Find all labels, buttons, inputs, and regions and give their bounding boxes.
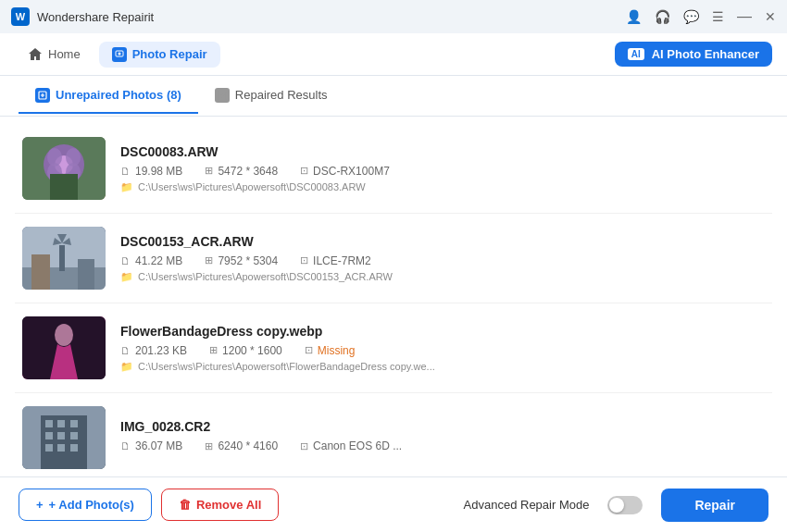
list-item: IMG_0028.CR2 🗋 36.07 MB ⊞ 6240 * 4160 ⊡ … — [15, 393, 772, 476]
photo-meta-row: 🗋 36.07 MB ⊞ 6240 * 4160 ⊡ Canon EOS 6D … — [120, 439, 765, 452]
file-path: 📁 C:\Users\ws\Pictures\Apowersoft\Flower… — [120, 361, 765, 373]
photo-meta-row: 🗋 201.23 KB ⊞ 1200 * 1600 ⊡ Missing — [120, 344, 765, 357]
tab-photo-repair[interactable]: Photo Repair — [99, 42, 220, 68]
dimensions: ⊞ 5472 * 3648 — [205, 165, 278, 178]
subtab-unrepaired-label: Unrepaired Photos (8) — [56, 88, 181, 102]
file-size: 🗋 201.23 KB — [120, 344, 187, 357]
close-button[interactable]: ✕ — [765, 9, 776, 24]
minimize-button[interactable]: — — [737, 8, 752, 25]
tab-photo-repair-label: Photo Repair — [132, 47, 207, 61]
svg-rect-26 — [57, 420, 65, 427]
dimensions: ⊞ 7952 * 5304 — [205, 254, 278, 267]
advanced-repair-toggle[interactable] — [607, 496, 643, 514]
camera-icon: ⊡ — [300, 165, 308, 177]
camera-icon: ⊡ — [300, 254, 308, 266]
titlebar-left: W Wondershare Repairit — [11, 7, 154, 26]
headset-icon[interactable]: 🎧 — [655, 9, 670, 24]
photo-filename: FlowerBandageDress copy.webp — [120, 324, 765, 339]
footer: + + Add Photo(s) 🗑 Remove All Advanced R… — [0, 476, 787, 532]
file-size: 🗋 41.22 MB — [120, 254, 182, 267]
file-path: 📁 C:\Users\ws\Pictures\Apowersoft\DSC000… — [120, 181, 765, 193]
camera-model: ⊡ Missing — [305, 344, 356, 357]
repaired-icon — [215, 88, 230, 103]
app-name: Wondershare Repairit — [37, 10, 154, 24]
photo-filename: DSC00083.ARW — [120, 144, 765, 159]
photo-info: DSC00083.ARW 🗋 19.98 MB ⊞ 5472 * 3648 ⊡ … — [120, 144, 765, 193]
tab-ai-enhancer[interactable]: AI AI Photo Enhancer — [615, 42, 772, 67]
photo-info: DSC00153_ACR.ARW 🗋 41.22 MB ⊞ 7952 * 530… — [120, 234, 765, 283]
add-photos-button[interactable]: + + Add Photo(s) — [19, 489, 152, 521]
camera-model: ⊡ ILCE-7RM2 — [300, 254, 371, 267]
photo-meta-row: 🗋 41.22 MB ⊞ 7952 * 5304 ⊡ ILCE-7RM2 — [120, 254, 765, 267]
main-tabbar: Home Photo Repair AI AI Photo Enhancer — [0, 33, 787, 76]
remove-all-button[interactable]: 🗑 Remove All — [161, 489, 279, 521]
folder-icon: 📁 — [120, 181, 133, 193]
subtab-unrepaired[interactable]: Unrepaired Photos (8) — [19, 79, 198, 114]
photo-info: FlowerBandageDress copy.webp 🗋 201.23 KB… — [120, 324, 765, 373]
svg-rect-19 — [78, 259, 94, 290]
repair-button[interactable]: Repair — [661, 489, 768, 522]
svg-rect-31 — [45, 444, 53, 452]
person-icon[interactable]: 👤 — [626, 9, 642, 24]
photo-meta-row: 🗋 19.98 MB ⊞ 5472 * 3648 ⊡ DSC-RX100M7 — [120, 165, 765, 178]
svg-rect-28 — [45, 432, 53, 439]
folder-icon: 📁 — [120, 271, 133, 283]
tab-home[interactable]: Home — [15, 42, 94, 68]
file-icon: 🗋 — [120, 345, 131, 356]
app-logo: W — [11, 7, 30, 26]
footer-actions-right: Advanced Repair Mode Repair — [464, 489, 768, 522]
trash-icon: 🗑 — [179, 498, 191, 512]
grid-icon: ⊞ — [205, 440, 213, 452]
home-icon — [28, 47, 43, 62]
subtab-repaired-label: Repaired Results — [235, 88, 328, 102]
photo-repair-icon — [112, 47, 127, 62]
grid-icon: ⊞ — [209, 344, 218, 356]
grid-icon: ⊞ — [205, 165, 213, 177]
photo-filename: DSC00153_ACR.ARW — [120, 234, 765, 249]
main-content: DSC00083.ARW 🗋 19.98 MB ⊞ 5472 * 3648 ⊡ … — [0, 117, 787, 476]
dimensions: ⊞ 6240 * 4160 — [205, 439, 278, 452]
camera-icon: ⊡ — [300, 440, 308, 452]
tab-home-label: Home — [48, 47, 81, 61]
camera-model: ⊡ Canon EOS 6D ... — [300, 439, 402, 452]
list-item: DSC00153_ACR.ARW 🗋 41.22 MB ⊞ 7952 * 530… — [15, 214, 772, 303]
svg-rect-18 — [31, 254, 50, 290]
file-icon: 🗋 — [120, 166, 131, 177]
grid-icon: ⊞ — [205, 254, 213, 266]
photo-thumbnail — [22, 316, 106, 379]
photo-list: DSC00083.ARW 🗋 19.98 MB ⊞ 5472 * 3648 ⊡ … — [0, 117, 787, 476]
window-controls: 👤 🎧 💬 ☰ — ✕ — [626, 8, 776, 25]
photo-thumbnail — [22, 406, 106, 469]
file-path: 📁 C:\Users\ws\Pictures\Apowersoft\DSC001… — [120, 271, 765, 283]
camera-icon: ⊡ — [305, 344, 313, 356]
unrepaired-icon — [35, 88, 50, 103]
ai-badge: AI — [628, 48, 644, 60]
plus-icon: + — [36, 498, 44, 512]
photo-thumbnail — [22, 227, 106, 290]
subtabbar: Unrepaired Photos (8) Repaired Results — [0, 76, 787, 117]
svg-point-1 — [118, 52, 120, 55]
subtab-repaired[interactable]: Repaired Results — [198, 79, 344, 114]
tab-ai-enhancer-label: AI Photo Enhancer — [652, 47, 759, 61]
file-size: 🗋 19.98 MB — [120, 165, 182, 178]
chat-icon[interactable]: 💬 — [683, 9, 699, 24]
svg-rect-14 — [59, 245, 65, 271]
svg-rect-32 — [57, 444, 65, 452]
list-item: DSC00083.ARW 🗋 19.98 MB ⊞ 5472 * 3648 ⊡ … — [15, 124, 772, 214]
file-icon: 🗋 — [120, 440, 131, 452]
svg-rect-29 — [57, 432, 65, 439]
photo-filename: IMG_0028.CR2 — [120, 419, 765, 434]
svg-rect-25 — [45, 420, 53, 427]
toggle-knob — [609, 498, 624, 513]
svg-rect-11 — [50, 174, 78, 200]
svg-rect-27 — [70, 420, 78, 427]
dimensions: ⊞ 1200 * 1600 — [209, 344, 282, 357]
menu-icon[interactable]: ☰ — [712, 9, 724, 24]
camera-model: ⊡ DSC-RX100M7 — [300, 165, 390, 178]
folder-icon: 📁 — [120, 361, 133, 373]
advanced-repair-label: Advanced Repair Mode — [464, 498, 590, 512]
titlebar: W Wondershare Repairit 👤 🎧 💬 ☰ — ✕ — [0, 0, 787, 33]
photo-info: IMG_0028.CR2 🗋 36.07 MB ⊞ 6240 * 4160 ⊡ … — [120, 419, 765, 456]
main-tabs-left: Home Photo Repair — [15, 42, 220, 68]
footer-actions-left: + + Add Photo(s) 🗑 Remove All — [19, 489, 279, 521]
